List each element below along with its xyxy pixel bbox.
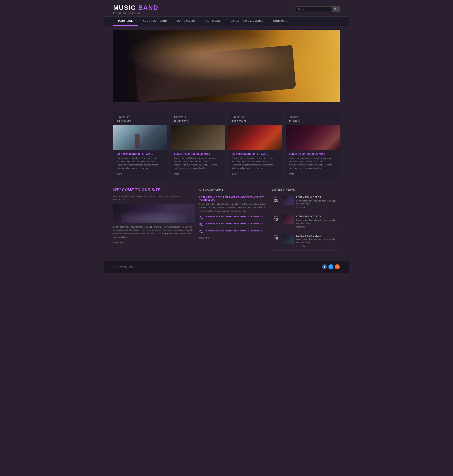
nav-link-music[interactable]: OUR MUSIC bbox=[201, 16, 226, 26]
welcome-title: WELCOME to our site bbox=[113, 188, 195, 192]
news-thumb-1 bbox=[283, 215, 294, 224]
disco-item-c-title: IPSUM DOLOR SIT AMENST TEER ADIPISCT VES… bbox=[206, 230, 264, 232]
section-tour-body: LOREM IPSUM DOLOR SIT AMET, Consec totue… bbox=[286, 150, 340, 171]
slider-image bbox=[113, 30, 340, 102]
logo-music-text: MUSIC bbox=[113, 4, 136, 11]
disco-more-link[interactable]: more info bbox=[199, 237, 267, 239]
slider bbox=[113, 30, 340, 102]
section-albums-body-title: LOREM IPSUM DOLOR SIT AMET, bbox=[117, 153, 164, 155]
section-tracks-body-text: Consec totuer adipiscing it. Praesent. S… bbox=[232, 157, 279, 170]
welcome-intro: LOREM IPSUM DOLOR SIT AMET, CONSEC TEER … bbox=[113, 195, 195, 202]
nav-link-gallery[interactable]: OUR GALLERY bbox=[172, 16, 201, 26]
section-albums-image bbox=[113, 125, 167, 150]
rss-icon[interactable]: r bbox=[335, 264, 340, 269]
col-news: LATEST NEWS june 20 LOREM IPSUM DOLOR Lo… bbox=[272, 188, 340, 254]
disco-letter-c: C. bbox=[199, 230, 204, 234]
section-tour-body-title: LOREM IPSUM DOLOR SIT AMET, bbox=[289, 153, 336, 155]
footer-copyright: 2015 © Privacy Policy bbox=[113, 266, 133, 268]
nav-item-music[interactable]: OUR MUSIC bbox=[201, 16, 226, 26]
news-item-text-0: Lorem ipsum dolor sit amet, conc tetur a… bbox=[296, 200, 340, 206]
section-tracks: LATEST TRACKS LOREM IPSUM DOLOR SIT AMET… bbox=[228, 112, 283, 179]
disco-item-c-content: IPSUM DOLOR SIT AMENST TEER ADIPISCT VES… bbox=[206, 230, 264, 232]
news-item-2: june 15 LOREM IPSUM DOLOR Lorem ipsum do… bbox=[272, 235, 340, 251]
news-item-title-0: LOREM IPSUM DOLOR bbox=[296, 196, 340, 199]
section-photos-more-link[interactable]: more bbox=[171, 171, 225, 175]
news-item-title-2: LOREM IPSUM DOLOR bbox=[296, 235, 340, 237]
section-tracks-body: LOREM IPSUM DOLOR SIT AMET, Consec totue… bbox=[228, 150, 283, 171]
news-thumb-0 bbox=[283, 196, 294, 205]
news-item-0: june 20 LOREM IPSUM DOLOR Lorem ipsum do… bbox=[272, 196, 340, 212]
logo-subtitle: the best music band ever bbox=[113, 12, 158, 14]
section-tour: TOUR DIARY LOREM IPSUM DOLOR SIT AMET, C… bbox=[286, 112, 340, 179]
welcome-more-link[interactable]: more info bbox=[113, 241, 195, 244]
section-tracks-body-title: LOREM IPSUM DOLOR SIT AMET, bbox=[232, 153, 279, 155]
news-more-link-0[interactable]: more info bbox=[296, 207, 340, 209]
news-more-link-2[interactable]: more info bbox=[296, 245, 340, 247]
nav-link-contacts[interactable]: CONTACTS bbox=[269, 16, 293, 26]
main-nav: MAIN PAGE ABOUT OUR BAND OUR GALLERY OUR… bbox=[104, 16, 349, 26]
footer: 2015 © Privacy Policy f t r bbox=[104, 261, 349, 273]
news-date-2: june 15 bbox=[272, 235, 280, 247]
logo-band-text: BAND bbox=[138, 4, 158, 11]
news-more-link-1[interactable]: more info bbox=[296, 226, 340, 228]
header: MUSIC BAND the best music band ever 🔍 bbox=[104, 0, 349, 16]
section-tracks-title: LATEST TRACKS bbox=[228, 112, 283, 125]
disco-intro-text: Lorem ipsum dolor sit amet, conc tetur a… bbox=[199, 202, 267, 213]
disco-item-b: B. IPSUM DOLOR SIT AMENST TEER ADIPISCT … bbox=[199, 223, 267, 227]
section-photos-body: LOREM IPSUM DOLOR SIT AMET, Consec totue… bbox=[171, 150, 225, 171]
news-day-1: 18 bbox=[272, 218, 280, 222]
section-photos: FRESH PHOTOS LOREM IPSUM DOLOR SIT AMET,… bbox=[171, 112, 225, 179]
news-item-text-2: Lorem ipsum dolor sit amet, conc tetur a… bbox=[296, 238, 340, 244]
search-button[interactable]: 🔍 bbox=[332, 6, 340, 12]
news-item-text-1: Lorem ipsum dolor sit amet, conc tetur a… bbox=[296, 219, 340, 225]
nav-link-news[interactable]: LATEST NEWS & EVENTS bbox=[226, 16, 269, 26]
nav-item-about[interactable]: ABOUT OUR BAND bbox=[138, 16, 172, 26]
news-body-2: LOREM IPSUM DOLOR Lorem ipsum dolor sit … bbox=[296, 235, 340, 247]
search-box: 🔍 bbox=[296, 6, 340, 12]
news-day-2: 15 bbox=[272, 237, 280, 241]
privacy-link[interactable]: Privacy Policy bbox=[120, 266, 133, 268]
twitter-icon[interactable]: t bbox=[328, 264, 333, 269]
section-photos-image bbox=[171, 125, 225, 150]
news-item-title-1: LOREM IPSUM DOLOR bbox=[296, 215, 340, 218]
disco-item-a-title: IPSUM DOLOR SIT AMENST TEER ADIPISCT VES… bbox=[206, 216, 264, 218]
nav-item-contacts[interactable]: CONTACTS bbox=[269, 16, 293, 26]
news-date-1: june 18 bbox=[272, 215, 280, 228]
section-tour-body-text: Consec totuer adipiscing it. Praesent. S… bbox=[289, 157, 336, 170]
news-day-0: 20 bbox=[272, 198, 280, 203]
nav-item-news[interactable]: LATEST NEWS & EVENTS bbox=[226, 16, 269, 26]
nav-link-about[interactable]: ABOUT OUR BAND bbox=[138, 16, 172, 26]
welcome-image bbox=[113, 204, 195, 223]
section-albums-title: LATEST ALBUMS bbox=[113, 112, 167, 125]
section-tracks-more-link[interactable]: more bbox=[228, 171, 283, 175]
nav-item-main-page[interactable]: MAIN PAGE bbox=[113, 16, 138, 26]
section-photos-body-title: LOREM IPSUM DOLOR SIT AMET, bbox=[174, 153, 221, 155]
discography-title: DISCOGRAPHY bbox=[199, 188, 267, 193]
nav-item-gallery[interactable]: OUR GALLERY bbox=[172, 16, 201, 26]
disco-item-c: C. IPSUM DOLOR SIT AMENST TEER ADIPISCT … bbox=[199, 230, 267, 234]
disco-item-a: A. IPSUM DOLOR SIT AMENST TEER ADIPISCT … bbox=[199, 216, 267, 220]
slider-guitar-bg bbox=[113, 30, 340, 102]
section-photos-body-text: Consec totuer adipiscing it. Praesent. S… bbox=[174, 157, 221, 170]
section-tour-more-link[interactable]: more bbox=[286, 171, 340, 175]
disco-item-b-content: IPSUM DOLOR SIT AMENST TEER ADIPISCT VES… bbox=[206, 223, 264, 225]
section-albums-body-text: Consec totuer adipiscing it. Praesent. S… bbox=[117, 157, 164, 170]
col-discography: DISCOGRAPHY LOREM IPSUM DOLOR SIT AMET, … bbox=[199, 188, 267, 254]
news-item-1: june 18 LOREM IPSUM DOLOR Lorem ipsum do… bbox=[272, 215, 340, 231]
search-input[interactable] bbox=[296, 6, 332, 12]
section-tour-title: TOUR DIARY bbox=[286, 112, 340, 125]
disco-intro-title: LOREM IPSUM DOLOR SIT AMET, CONSEC TEER … bbox=[199, 196, 267, 201]
news-body-0: LOREM IPSUM DOLOR Lorem ipsum dolor sit … bbox=[296, 196, 340, 209]
facebook-icon[interactable]: f bbox=[322, 264, 327, 269]
disco-item-a-content: IPSUM DOLOR SIT AMENST TEER ADIPISCT VES… bbox=[206, 216, 264, 218]
section-albums-body: LOREM IPSUM DOLOR SIT AMET, Consec totue… bbox=[113, 150, 167, 171]
section-tracks-image bbox=[228, 125, 283, 150]
disco-letter-b: B. bbox=[199, 223, 204, 227]
news-body-1: LOREM IPSUM DOLOR Lorem ipsum dolor sit … bbox=[296, 215, 340, 228]
section-albums-more-link[interactable]: more bbox=[113, 171, 167, 175]
logo: MUSIC BAND the best music band ever bbox=[113, 4, 158, 14]
nav-link-main-page[interactable]: MAIN PAGE bbox=[113, 16, 138, 26]
news-date-0: june 20 bbox=[272, 196, 280, 209]
news-thumb-2 bbox=[283, 235, 294, 244]
slider-hand-overlay bbox=[113, 30, 340, 102]
